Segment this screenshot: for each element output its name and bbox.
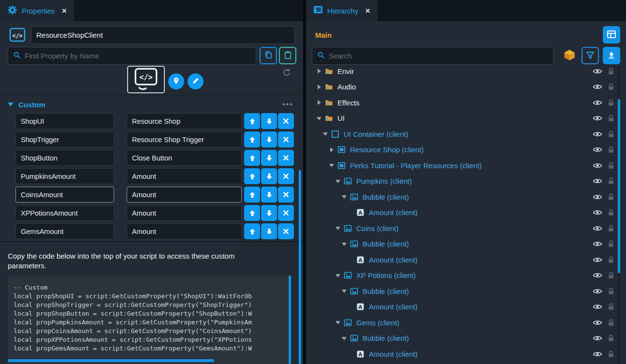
tab-properties-close-icon[interactable]: ✕ [61, 7, 67, 15]
lock-icon[interactable] [608, 83, 614, 90]
lock-icon[interactable] [608, 99, 614, 106]
visibility-eye-icon[interactable] [593, 335, 602, 341]
remove-property-button[interactable] [278, 205, 294, 221]
tree-row[interactable]: Bubble (client) [306, 189, 626, 205]
remove-property-button[interactable] [278, 131, 294, 147]
properties-scrollbar[interactable] [299, 170, 301, 364]
edit-script-button[interactable] [188, 73, 204, 89]
move-down-button[interactable] [261, 131, 277, 147]
expand-arrow-icon[interactable] [317, 84, 322, 89]
collapse-arrow-icon[interactable] [342, 289, 347, 294]
move-down-button[interactable] [261, 150, 277, 166]
visibility-eye-icon[interactable] [593, 131, 602, 137]
custom-section-header[interactable]: Custom ••• [0, 98, 303, 111]
lock-icon[interactable] [608, 225, 614, 232]
tree-row[interactable]: AAmount (client) [306, 252, 626, 268]
tree-row[interactable]: Perks Tutorial - Player Resources (clien… [306, 158, 626, 174]
property-value-field[interactable]: Resource Shop [127, 113, 242, 129]
tree-row[interactable]: UI [306, 111, 626, 127]
move-down-button[interactable] [261, 168, 277, 184]
copy-properties-button[interactable] [260, 47, 277, 64]
collapse-arrow-icon[interactable] [342, 241, 347, 247]
expand-arrow-icon[interactable] [317, 100, 322, 105]
lock-icon[interactable] [608, 335, 614, 342]
visibility-eye-icon[interactable] [593, 272, 602, 278]
scene-view-button[interactable] [603, 26, 620, 44]
tree-row[interactable]: Pumpkins (client) [306, 174, 626, 189]
visibility-eye-icon[interactable] [593, 115, 602, 121]
tree-row[interactable]: AAmount (client) [306, 346, 626, 362]
tree-row[interactable]: XP Potions (client) [306, 268, 626, 284]
root-node-label[interactable]: Main [315, 26, 332, 44]
move-down-button[interactable] [261, 223, 277, 239]
move-up-button[interactable] [244, 205, 260, 221]
property-name-field[interactable]: ShopButton [15, 150, 114, 166]
property-name-field[interactable]: ShopUI [15, 113, 114, 129]
property-value-field[interactable]: Amount [127, 187, 242, 203]
property-value-field[interactable]: Close Button [127, 150, 242, 166]
lock-icon[interactable] [608, 162, 614, 169]
tree-row[interactable]: Bubble (client) [306, 236, 626, 252]
visibility-eye-icon[interactable] [593, 241, 602, 247]
move-down-button[interactable] [261, 205, 277, 221]
visibility-eye-icon[interactable] [593, 162, 602, 169]
visibility-eye-icon[interactable] [593, 304, 602, 310]
tree-row[interactable]: AAmount (client) [306, 205, 626, 221]
collapse-arrow-icon[interactable] [342, 335, 347, 341]
remove-property-button[interactable] [278, 168, 294, 184]
remove-property-button[interactable] [278, 187, 294, 203]
remove-property-button[interactable] [278, 150, 294, 166]
property-name-field[interactable]: ShopTrigger [15, 131, 114, 147]
collapse-arrow-icon[interactable] [335, 273, 341, 278]
expand-arrow-icon[interactable] [329, 147, 335, 152]
visibility-eye-icon[interactable] [593, 84, 602, 90]
code-block[interactable]: -- Custom local propShopUI = script:GetC… [8, 276, 288, 364]
remove-property-button[interactable] [278, 223, 294, 239]
move-up-button[interactable] [244, 187, 260, 203]
lock-icon[interactable] [608, 319, 614, 326]
hierarchy-scrollbar[interactable] [618, 99, 620, 273]
tree-row[interactable]: Resource Shop (client) [306, 142, 626, 158]
collapse-arrow-icon[interactable] [323, 131, 328, 137]
code-horizontal-scrollbar[interactable] [8, 359, 214, 362]
tab-hierarchy[interactable]: Hierarchy ✕ [306, 0, 378, 21]
collapse-arrow-icon[interactable] [335, 226, 341, 231]
visibility-eye-icon[interactable] [593, 320, 602, 326]
collapse-arrow-icon[interactable] [317, 116, 322, 121]
section-collapse-arrow-icon[interactable] [8, 102, 14, 106]
move-down-button[interactable] [261, 113, 277, 129]
visibility-eye-icon[interactable] [593, 288, 602, 294]
tree-row[interactable]: Envir [306, 66, 626, 79]
property-value-field[interactable]: Amount [127, 223, 242, 239]
code-vertical-scrollbar[interactable] [289, 276, 291, 364]
property-search-input[interactable] [25, 52, 251, 60]
collapse-arrow-icon[interactable] [329, 163, 335, 168]
move-up-button[interactable] [244, 150, 260, 166]
property-name-field[interactable]: XPPotionsAmount [15, 205, 114, 221]
lock-icon[interactable] [608, 272, 614, 279]
tree-row[interactable]: Coins (client) [306, 220, 626, 236]
lock-icon[interactable] [608, 288, 614, 295]
move-up-button[interactable] [244, 168, 260, 184]
tab-hierarchy-close-icon[interactable]: ✕ [365, 7, 370, 15]
lock-icon[interactable] [608, 240, 614, 248]
lock-icon[interactable] [608, 209, 614, 216]
tree-row[interactable]: Gems (client) [306, 315, 626, 331]
lock-icon[interactable] [608, 350, 614, 358]
visibility-eye-icon[interactable] [593, 351, 602, 357]
visibility-eye-icon[interactable] [593, 194, 602, 200]
visibility-eye-icon[interactable] [593, 178, 602, 184]
visibility-eye-icon[interactable] [593, 100, 602, 106]
tree-row[interactable]: UI Container (client) [306, 126, 626, 142]
tree-row[interactable]: Bubble (client) [306, 283, 626, 299]
filter-button[interactable] [582, 47, 599, 64]
tree-row[interactable]: Audio [306, 79, 626, 95]
tree-row[interactable]: AAmount (client) [306, 299, 626, 315]
move-up-button[interactable] [244, 223, 260, 239]
property-name-field[interactable]: GemsAmount [15, 223, 114, 239]
visibility-eye-icon[interactable] [593, 257, 602, 263]
lock-icon[interactable] [608, 303, 614, 310]
lock-icon[interactable] [608, 256, 614, 263]
property-name-field[interactable]: PumpkinsAmount [15, 168, 114, 184]
lock-icon[interactable] [608, 68, 614, 75]
